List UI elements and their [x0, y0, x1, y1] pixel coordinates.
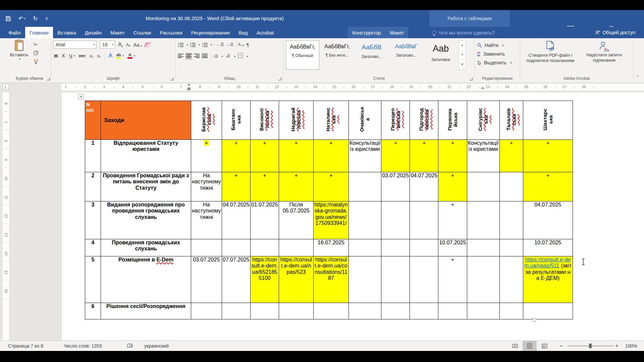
table-cell[interactable]: +	[499, 140, 523, 172]
redo-icon[interactable]: ↻	[33, 15, 38, 22]
select-button[interactable]: Выделить▾	[477, 58, 512, 67]
increase-indent-icon[interactable]: →☰	[226, 42, 234, 47]
tab-file[interactable]: Файл	[4, 27, 25, 38]
table-cell[interactable]: +	[523, 172, 573, 201]
table-cell[interactable]: https://natalynska-gromada.gov.ua/news/1…	[313, 201, 348, 239]
table-cell[interactable]: +	[438, 140, 467, 172]
font-color-icon[interactable]: А	[127, 53, 132, 59]
table-cell[interactable]: +	[313, 140, 348, 172]
zoom-in-icon[interactable]: +	[615, 341, 619, 351]
undo-dropdown-icon[interactable]: ▾	[24, 17, 25, 20]
align-center-icon[interactable]	[186, 53, 192, 59]
tab-acrobat[interactable]: Acrobat	[252, 27, 278, 38]
table-cell[interactable]	[467, 239, 499, 256]
table-cell[interactable]: +	[438, 172, 467, 201]
multilevel-list-icon[interactable]	[202, 43, 208, 47]
font-size-combo[interactable]: 10▾	[100, 41, 115, 49]
corner-header-cell[interactable]: N п/п	[85, 101, 101, 140]
clipboard-dialog-launcher-icon[interactable]	[47, 77, 50, 80]
font-name-combo[interactable]: Arial▾	[53, 41, 97, 49]
create-pdf-button[interactable]: Створити PDF-файл і поділитися посилання…	[524, 41, 577, 64]
styles-dialog-launcher-icon[interactable]	[470, 77, 473, 80]
bullets-icon[interactable]	[178, 43, 183, 47]
row-label-cell[interactable]: Видання розпорядження про проведення гро…	[101, 201, 191, 239]
column-header-cell[interactable]: Наталинс ька	[313, 101, 348, 140]
tell-me-search[interactable]: Что вы хотите сделать?	[432, 27, 495, 38]
strikethrough-icon[interactable]: abc	[79, 53, 86, 58]
highlight-color-icon[interactable]: ab	[116, 53, 121, 59]
table-cell[interactable]: 03.07.2025	[191, 256, 222, 303]
table-cell[interactable]	[467, 201, 499, 239]
column-header-cell[interactable]: Талалаїв ська	[499, 101, 523, 140]
table-cell[interactable]: На наступному тижні	[191, 172, 222, 201]
table-cell[interactable]	[348, 303, 381, 319]
table-cell[interactable]: 10.07.2025	[438, 239, 467, 256]
table-cell[interactable]	[250, 303, 279, 319]
row-label-cell[interactable]: Проведення Громадської ради з питань вне…	[101, 172, 191, 201]
sort-icon[interactable]: А↓Я	[238, 42, 245, 47]
table-cell[interactable]: +	[279, 172, 313, 201]
column-header-cell[interactable]: Недригай лівська	[279, 101, 313, 140]
table-cell[interactable]: 04.07.2025	[222, 201, 250, 239]
style-heading1[interactable]: АаБбВ Заголово...	[355, 40, 388, 70]
table-cell[interactable]: +	[191, 140, 222, 172]
table-cell[interactable]: Консультації із юристами	[348, 140, 381, 172]
numbering-icon[interactable]	[190, 43, 196, 47]
bullets-dropdown-icon[interactable]: ▾	[186, 43, 188, 46]
web-layout-icon[interactable]	[537, 341, 551, 351]
line-spacing-dropdown-icon[interactable]: ▾	[222, 55, 223, 58]
decrease-indent-icon[interactable]: ←☰	[216, 42, 224, 47]
clear-formatting-icon[interactable]	[144, 43, 151, 47]
row-number-cell[interactable]: 3	[85, 201, 101, 239]
copy-icon[interactable]	[34, 51, 38, 56]
table-cell[interactable]: 16.07.2025	[313, 239, 348, 256]
first-line-indent-marker[interactable]	[187, 84, 191, 86]
underline-icon[interactable]: Ч	[69, 53, 72, 59]
row-label-cell[interactable]: Рішення сесії/Розпорядження	[101, 303, 191, 319]
table-cell[interactable]: https://consult.e-dem.ua/npas/511 (звіт …	[523, 256, 573, 303]
word-count[interactable]: Число слов: 1203	[64, 341, 102, 351]
table-cell[interactable]: +	[523, 140, 573, 172]
table-cell[interactable]: 04.07.2025	[523, 201, 573, 239]
table-cell[interactable]: Консультації із юристами	[467, 140, 499, 172]
table-cell[interactable]: 10.07.2025	[523, 239, 573, 256]
table-cell[interactable]	[250, 239, 279, 256]
table-cell[interactable]	[222, 303, 250, 319]
row-label-cell[interactable]: Відпрацювання Статуту юристами	[101, 140, 191, 172]
undo-icon[interactable]: ↶▾	[18, 15, 25, 22]
table-cell[interactable]	[222, 239, 250, 256]
table-cell[interactable]	[467, 303, 499, 319]
font-dialog-launcher-icon[interactable]	[170, 77, 173, 80]
bold-icon[interactable]: Ж	[54, 53, 58, 59]
italic-icon[interactable]: К	[62, 53, 65, 59]
column-header-cell[interactable]: Високопі льська	[250, 101, 279, 140]
page-indicator[interactable]: Страница 7 из 8	[8, 341, 43, 351]
table-cell[interactable]	[523, 303, 573, 319]
row-label-cell[interactable]: Розміщення в E-Dem	[101, 256, 191, 303]
column-header-cell[interactable]: Шахтарс ька	[523, 101, 573, 140]
table-cell[interactable]	[499, 256, 523, 303]
table-cell[interactable]	[381, 256, 410, 303]
align-right-icon[interactable]	[194, 53, 200, 59]
table-cell[interactable]	[410, 239, 438, 256]
print-layout-icon[interactable]	[523, 341, 537, 351]
tab-home[interactable]: Главная	[25, 27, 53, 38]
table-cell[interactable]: 07.07.2025	[222, 256, 250, 303]
language-indicator[interactable]: украинский	[144, 341, 169, 351]
table-cell[interactable]: https://consult.e-dem.ua/npas/523	[279, 256, 313, 303]
shading-icon[interactable]	[225, 53, 231, 59]
table-cell[interactable]	[410, 201, 438, 239]
proofing-errors-icon[interactable]	[127, 341, 133, 351]
paste-dropdown-icon[interactable]: ▾	[19, 58, 20, 61]
send-signature-button[interactable]: Надіслати запити підписання	[579, 41, 629, 63]
measures-header-cell[interactable]: Заходи	[101, 101, 191, 140]
table-cell[interactable]	[348, 172, 381, 201]
show-marks-icon[interactable]: ¶	[246, 42, 249, 48]
table-cell[interactable]: +	[222, 172, 250, 201]
table-cell[interactable]	[467, 172, 499, 201]
table-cell[interactable]: Після 05.07.2025	[279, 201, 313, 239]
right-indent-marker[interactable]	[481, 87, 484, 89]
row-number-cell[interactable]: 6	[85, 303, 101, 319]
table-cell[interactable]: На наступному тижні	[191, 201, 222, 239]
table-cell[interactable]	[381, 303, 410, 319]
